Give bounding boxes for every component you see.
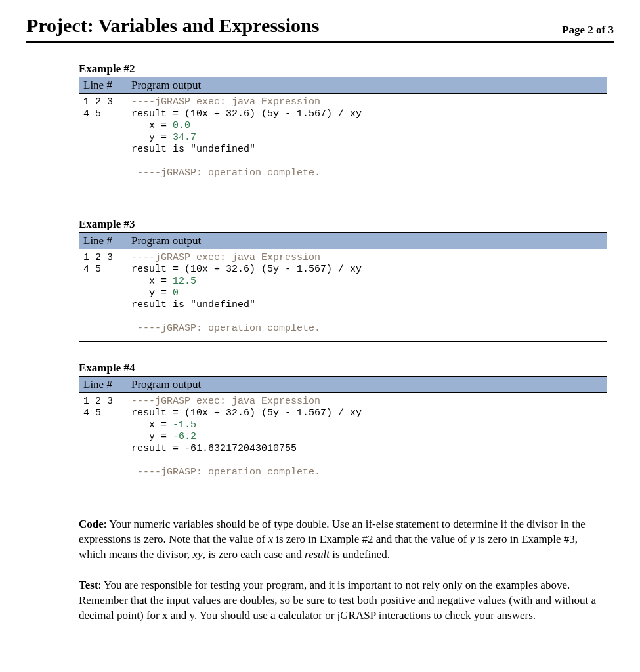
x-label: x = bbox=[131, 419, 173, 430]
result-line: result is "undefined" bbox=[131, 144, 255, 155]
table-row: 1 2 3 4 5 ----jGRASP exec: java Expressi… bbox=[79, 94, 607, 198]
x-label: x = bbox=[131, 120, 173, 131]
col-line: Line # bbox=[79, 233, 127, 249]
page-content: Example #2 Line # Program output 1 2 3 4… bbox=[79, 62, 607, 623]
jgrasp-done-prefix: ---- bbox=[131, 323, 161, 334]
example-heading: Example #2 bbox=[79, 62, 607, 75]
example-2: Example #2 Line # Program output 1 2 3 4… bbox=[79, 62, 607, 198]
result-expression: result = (10x + 32.6) (5y - 1.567) / xy bbox=[131, 408, 362, 419]
jgrasp-exec-prefix: ---- bbox=[131, 96, 155, 108]
blank-line bbox=[131, 455, 137, 466]
code-label: Code bbox=[79, 518, 104, 530]
page-number: Page 2 of 3 bbox=[562, 24, 614, 37]
line-numbers: 1 2 3 4 5 bbox=[79, 393, 127, 497]
example-3: Example #3 Line # Program output 1 2 3 4… bbox=[79, 218, 607, 342]
program-output: ----jGRASP exec: java Expression result … bbox=[127, 393, 607, 497]
col-output: Program output bbox=[127, 377, 607, 393]
result-expression: result = (10x + 32.6) (5y - 1.567) / xy bbox=[131, 264, 362, 275]
test-text: You are responsible for testing your pro… bbox=[79, 579, 596, 621]
jgrasp-exec-text: jGRASP exec: java Expression bbox=[155, 396, 320, 407]
example-heading: Example #3 bbox=[79, 218, 607, 231]
code-paragraph: Code: Your numeric variables should be o… bbox=[79, 517, 607, 562]
page-header: Project: Variables and Expressions Page … bbox=[26, 14, 614, 43]
t4: , is zero each case and bbox=[203, 548, 305, 560]
t5: is undefined. bbox=[330, 548, 390, 560]
col-line: Line # bbox=[79, 377, 127, 393]
sep: : bbox=[98, 579, 104, 591]
x-value: 0.0 bbox=[173, 120, 190, 131]
result-line: result = -61.632172043010755 bbox=[131, 443, 297, 454]
y-value: -6.2 bbox=[173, 431, 196, 442]
table-header-row: Line # Program output bbox=[79, 77, 607, 94]
page-title: Project: Variables and Expressions bbox=[26, 14, 319, 37]
col-output: Program output bbox=[127, 233, 607, 249]
y-label: y = bbox=[131, 132, 173, 143]
program-output: ----jGRASP exec: java Expression result … bbox=[127, 94, 607, 198]
example-table: Line # Program output 1 2 3 4 5 ----jGRA… bbox=[79, 232, 607, 342]
jgrasp-done-text: jGRASP: operation complete. bbox=[161, 167, 320, 178]
example-4: Example #4 Line # Program output 1 2 3 4… bbox=[79, 362, 607, 497]
table-row: 1 2 3 4 5 ----jGRASP exec: java Expressi… bbox=[79, 393, 607, 497]
x-value: -1.5 bbox=[173, 419, 196, 430]
blank-line bbox=[131, 156, 137, 167]
t2: is zero in Example #2 and that the value… bbox=[273, 533, 470, 545]
test-label: Test bbox=[79, 579, 98, 591]
col-output: Program output bbox=[127, 77, 607, 94]
jgrasp-exec-prefix: ---- bbox=[131, 252, 155, 263]
example-table: Line # Program output 1 2 3 4 5 ----jGRA… bbox=[79, 376, 607, 497]
sep: : bbox=[104, 518, 109, 530]
jgrasp-done-text: jGRASP: operation complete. bbox=[161, 323, 320, 334]
result-expression: result = (10x + 32.6) (5y - 1.567) / xy bbox=[131, 108, 362, 119]
line-numbers: 1 2 3 4 5 bbox=[79, 94, 127, 198]
jgrasp-exec-prefix: ---- bbox=[131, 396, 155, 407]
var-xy: xy bbox=[193, 548, 203, 560]
table-header-row: Line # Program output bbox=[79, 233, 607, 249]
test-paragraph: Test: You are responsible for testing yo… bbox=[79, 578, 607, 623]
jgrasp-exec-text: jGRASP exec: java Expression bbox=[155, 96, 320, 108]
var-result: result bbox=[305, 548, 330, 560]
trailing-line bbox=[131, 478, 137, 490]
jgrasp-done-prefix: ---- bbox=[131, 167, 161, 178]
table-row: 1 2 3 4 5 ----jGRASP exec: java Expressi… bbox=[79, 249, 607, 342]
y-label: y = bbox=[131, 287, 173, 299]
col-line: Line # bbox=[79, 77, 127, 94]
x-value: 12.5 bbox=[173, 276, 196, 287]
program-output: ----jGRASP exec: java Expression result … bbox=[127, 249, 607, 342]
result-line: result is "undefined" bbox=[131, 299, 255, 310]
jgrasp-done-text: jGRASP: operation complete. bbox=[161, 467, 320, 478]
x-label: x = bbox=[131, 276, 173, 287]
line-numbers: 1 2 3 4 5 bbox=[79, 249, 127, 342]
var-x: x bbox=[268, 533, 273, 545]
table-header-row: Line # Program output bbox=[79, 377, 607, 393]
example-table: Line # Program output 1 2 3 4 5 ----jGRA… bbox=[79, 77, 607, 198]
blank-line bbox=[131, 311, 137, 322]
y-label: y = bbox=[131, 431, 173, 442]
example-heading: Example #4 bbox=[79, 362, 607, 375]
y-value: 34.7 bbox=[173, 132, 196, 143]
jgrasp-done-prefix: ---- bbox=[131, 467, 161, 478]
y-value: 0 bbox=[173, 287, 179, 299]
trailing-line bbox=[131, 179, 137, 190]
jgrasp-exec-text: jGRASP exec: java Expression bbox=[155, 252, 320, 263]
